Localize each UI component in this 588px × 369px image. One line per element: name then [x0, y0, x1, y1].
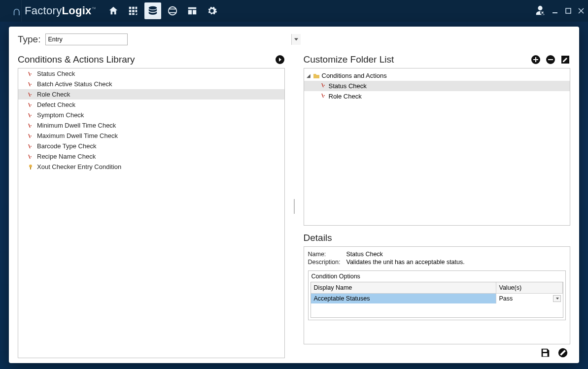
check-icon	[27, 122, 34, 129]
svg-point-9	[31, 125, 32, 126]
library-item-label: Barcode Type Check	[37, 142, 96, 150]
move-right-icon[interactable]	[275, 55, 285, 65]
type-label: Type:	[18, 34, 40, 45]
folder-column: Customize Folder List ◢Conditions and Ac…	[304, 54, 571, 358]
library-item[interactable]: Minimum Dwell Time Check	[18, 120, 284, 131]
svg-rect-1	[553, 12, 557, 13]
close-icon[interactable]	[578, 8, 584, 14]
check-icon	[27, 91, 34, 98]
app-logo: ∩	[0, 0, 22, 22]
svg-rect-17	[548, 59, 553, 60]
name-value: Status Check	[346, 251, 383, 258]
check-icon	[27, 143, 34, 150]
check-icon	[321, 93, 327, 100]
check-icon	[27, 70, 34, 77]
brand-part1: Factory	[25, 4, 62, 17]
maximize-icon[interactable]	[565, 8, 571, 14]
main-panel: Type: Conditions & Actions Library Statu…	[9, 27, 579, 363]
type-select[interactable]	[45, 34, 128, 45]
library-item[interactable]: Batch Active Status Check	[18, 79, 284, 89]
check-icon	[27, 133, 34, 139]
check-icon	[27, 101, 34, 108]
library-item-label: Recipe Name Check	[37, 153, 96, 160]
folder-icon	[313, 72, 320, 79]
save-icon[interactable]	[540, 347, 551, 358]
desc-value: Validates the unit has an acceptable sta…	[346, 259, 465, 266]
details-panel: Details Name:Status Check Description:Va…	[304, 233, 571, 344]
row-display-name: Acceptable Statuses	[311, 294, 496, 303]
globe-icon[interactable]	[164, 2, 181, 19]
library-item-label: Xout Checker Entry Condition	[37, 163, 121, 170]
desc-label: Description:	[308, 259, 343, 266]
grid-icon[interactable]	[125, 2, 141, 19]
collapse-icon[interactable]: ◢	[306, 73, 311, 78]
tree-item-label: Role Check	[329, 93, 362, 100]
library-column: Conditions & Actions Library Status Chec…	[18, 54, 285, 358]
svg-point-8	[31, 115, 32, 116]
check-icon	[27, 81, 34, 88]
library-item-label: Status Check	[37, 70, 75, 77]
library-item[interactable]: Symptom Check	[18, 110, 284, 120]
svg-point-10	[31, 135, 32, 136]
svg-rect-14	[30, 167, 31, 169]
add-icon[interactable]	[531, 55, 541, 65]
library-item-label: Maximum Dwell Time Check	[37, 132, 118, 139]
library-item[interactable]: Maximum Dwell Time Check	[18, 131, 284, 141]
library-title: Conditions & Actions Library	[18, 54, 135, 65]
details-title: Details	[304, 233, 571, 243]
tree-item[interactable]: Role Check	[304, 91, 570, 101]
condition-options: Condition Options Display Name Value(s) …	[308, 270, 566, 320]
database-icon[interactable]	[144, 2, 161, 19]
name-label: Name:	[308, 251, 343, 258]
tree-item-label: Status Check	[329, 82, 367, 90]
title-bar: ∩ FactoryLogix™	[0, 0, 588, 22]
library-item-label: Minimum Dwell Time Check	[37, 122, 116, 129]
svg-point-5	[31, 84, 32, 85]
tree-root-label: Conditions and Actions	[322, 72, 387, 79]
library-item[interactable]: Defect Check	[18, 100, 284, 110]
row-value-select[interactable]: Pass	[496, 294, 563, 303]
footer-actions	[304, 344, 571, 358]
library-item[interactable]: Barcode Type Check	[18, 141, 284, 151]
col-display-name: Display Name	[311, 282, 496, 294]
xout-icon	[27, 164, 34, 170]
svg-point-4	[31, 73, 32, 74]
col-values: Value(s)	[496, 282, 563, 294]
tree-root[interactable]: ◢Conditions and Actions	[304, 70, 570, 81]
window-icon[interactable]	[184, 2, 201, 19]
edit-icon[interactable]	[560, 55, 570, 65]
svg-rect-2	[566, 8, 571, 13]
brand-text: FactoryLogix™	[22, 4, 96, 17]
library-item-label: Defect Check	[37, 101, 75, 108]
tree-item[interactable]: Status Check	[304, 81, 570, 91]
library-item[interactable]: Recipe Name Check	[18, 151, 284, 162]
check-icon	[321, 82, 327, 90]
minimize-icon[interactable]	[553, 8, 558, 14]
options-row[interactable]: Acceptable Statuses Pass	[311, 294, 563, 303]
svg-point-12	[31, 156, 32, 157]
library-item[interactable]: Xout Checker Entry Condition	[18, 162, 284, 172]
gear-icon[interactable]	[204, 2, 220, 19]
home-icon[interactable]	[105, 2, 122, 19]
library-item[interactable]: Role Check	[18, 89, 284, 100]
options-grid: Display Name Value(s) Acceptable Statuse…	[311, 282, 564, 318]
library-item-label: Batch Active Status Check	[37, 80, 112, 88]
user-icon[interactable]	[535, 5, 546, 17]
splitter[interactable]	[293, 54, 296, 358]
library-list[interactable]: Status CheckBatch Active Status CheckRol…	[18, 68, 285, 358]
check-icon	[27, 112, 34, 119]
row-value: Pass	[499, 295, 513, 302]
svg-point-11	[31, 146, 32, 147]
remove-icon[interactable]	[546, 55, 555, 65]
check-icon	[27, 153, 34, 160]
library-item-label: Role Check	[37, 91, 70, 98]
svg-point-20	[323, 95, 324, 96]
svg-point-7	[31, 104, 32, 105]
folder-title: Customize Folder List	[304, 54, 394, 65]
cancel-icon[interactable]	[557, 347, 568, 358]
folder-tree[interactable]: ◢Conditions and ActionsStatus CheckRole …	[304, 68, 571, 226]
toolbar	[105, 2, 220, 19]
library-item[interactable]: Status Check	[18, 68, 284, 79]
svg-point-6	[31, 94, 32, 95]
library-item-label: Symptom Check	[37, 111, 84, 119]
